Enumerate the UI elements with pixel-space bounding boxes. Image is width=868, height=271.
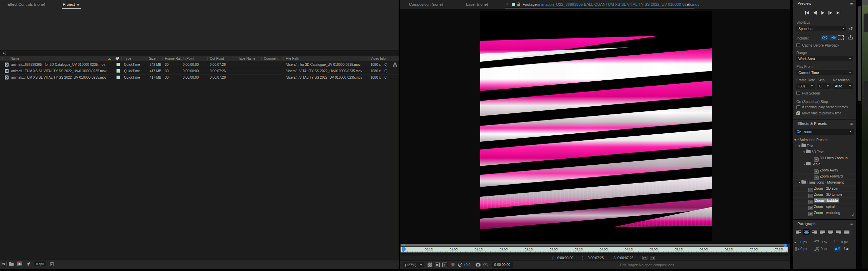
- chevron-down-icon[interactable]: [803, 164, 805, 165]
- viewer-canvas[interactable]: [400, 9, 790, 244]
- indent-right-value[interactable]: 0 px: [800, 247, 807, 251]
- transparency-grid-icon[interactable]: [428, 263, 432, 267]
- new-folder-icon[interactable]: [9, 262, 14, 266]
- first-line-indent-value[interactable]: 0 px: [841, 240, 848, 244]
- current-time-field[interactable]: 0:00:00:00: [492, 262, 513, 268]
- safe-margins-icon[interactable]: [442, 263, 447, 267]
- space-before-value[interactable]: 0 px: [821, 240, 827, 244]
- column-out-point[interactable]: Out Point: [210, 57, 224, 60]
- set-in-point-button[interactable]: [642, 256, 647, 260]
- play-cached-frames-checkbox[interactable]: [796, 105, 800, 109]
- search-icon[interactable]: [797, 130, 801, 134]
- chevron-down-icon[interactable]: [794, 139, 796, 141]
- panel-scrollbar[interactable]: [858, 6, 861, 101]
- justify-last-left-button[interactable]: [819, 229, 826, 235]
- first-frame-button[interactable]: [805, 11, 810, 15]
- effects-panel-title[interactable]: Effects & Presets: [797, 121, 827, 126]
- range-dropdown[interactable]: Work Area: [796, 56, 853, 61]
- in-brace-icon[interactable]: {: [552, 256, 554, 260]
- column-comment[interactable]: Comment: [264, 57, 278, 60]
- tree-item-scale[interactable]: Scale: [793, 161, 856, 167]
- channel-settings-icon[interactable]: [451, 263, 455, 267]
- sort-ascending-icon[interactable]: [108, 58, 111, 60]
- justify-last-center-button[interactable]: [827, 229, 834, 235]
- resolution-dropdown[interactable]: Auto: [833, 83, 853, 89]
- region-of-interest-icon[interactable]: [435, 263, 440, 267]
- tab-composition[interactable]: Composition (none): [409, 2, 443, 6]
- previous-frame-button[interactable]: [813, 11, 817, 15]
- tree-item-transitions-movement[interactable]: Transitions - Movement: [793, 180, 856, 186]
- preview-panel-menu-icon[interactable]: ≡: [850, 2, 853, 5]
- tree-item-zoom-away[interactable]: fx Zoom Away: [793, 167, 856, 173]
- align-left-button[interactable]: [795, 229, 801, 235]
- column-name[interactable]: Name: [10, 57, 20, 60]
- viewer-scroll-strip[interactable]: [400, 244, 790, 247]
- label-color-swatch[interactable]: [117, 69, 120, 73]
- work-area-bar[interactable]: [401, 244, 785, 246]
- include-video-button[interactable]: [821, 35, 828, 40]
- tree-item-zoom-wobbling[interactable]: fx Zoom - wobbling: [793, 210, 856, 216]
- work-area-start-marker[interactable]: [404, 244, 405, 246]
- justify-last-right-button[interactable]: [836, 229, 842, 235]
- rtl-direction-button[interactable]: ¶◀: [842, 246, 849, 252]
- chevron-down-icon[interactable]: [803, 152, 805, 153]
- color-depth-button[interactable]: 8 bpc: [34, 261, 46, 266]
- work-area-start-handle[interactable]: [401, 244, 404, 246]
- label-color-swatch[interactable]: [117, 63, 120, 66]
- skip-dropdown[interactable]: 0: [817, 83, 831, 89]
- space-after-value[interactable]: 0 px: [821, 247, 827, 251]
- paragraph-panel-menu-icon[interactable]: ≡: [850, 222, 853, 226]
- exposure-icon[interactable]: [458, 263, 462, 267]
- tree-item-text[interactable]: Text: [793, 143, 856, 149]
- tree-item-zoom-forward[interactable]: fx Zoom Forward: [793, 173, 856, 180]
- column-size[interactable]: Size: [149, 57, 155, 60]
- docked-panel-sliver[interactable]: [862, 0, 868, 269]
- set-out-point-button[interactable]: [650, 256, 655, 260]
- frame-rate-dropdown[interactable]: (30): [796, 83, 815, 89]
- next-frame-button[interactable]: [828, 11, 833, 15]
- ltr-direction-button[interactable]: ▶¶: [834, 246, 841, 252]
- export-icon[interactable]: [848, 35, 853, 40]
- cache-before-playback-checkbox[interactable]: [796, 43, 800, 47]
- full-screen-checkbox[interactable]: [796, 91, 800, 95]
- tree-item-animation-presets[interactable]: * Animation Presets: [793, 137, 856, 143]
- column-type[interactable]: Type: [124, 57, 131, 60]
- footage-row[interactable]: animati...686339365 - for 3D Catalogue_U…: [0, 61, 399, 68]
- footage-row[interactable]: animati...TUM XS SL VITALITY SS 2022_UV-…: [0, 68, 399, 75]
- move-time-checkbox[interactable]: ✓: [796, 111, 800, 115]
- tree-item-zoom-bubble[interactable]: fx Zoom - bubble: [793, 198, 856, 204]
- justify-all-button[interactable]: [844, 229, 850, 235]
- last-frame-button[interactable]: [836, 11, 841, 15]
- play-button[interactable]: [821, 11, 825, 15]
- tree-item-3d-lines-zoom-in[interactable]: fx 3D Lines Zoom In: [793, 155, 856, 161]
- tag-icon[interactable]: [115, 56, 119, 61]
- trash-icon[interactable]: [50, 262, 54, 266]
- playhead[interactable]: [402, 247, 406, 252]
- in-point-value[interactable]: 0:00:00:00: [557, 256, 573, 260]
- include-audio-button[interactable]: [829, 35, 837, 40]
- timeline-ruler[interactable]: 0f 00:15f 01:00f 01:15f 02:00f 02:15f 03…: [401, 247, 788, 252]
- tree-item-3d-text[interactable]: 3D Text: [793, 149, 856, 155]
- indent-left-value[interactable]: 0 px: [800, 240, 807, 244]
- column-tape-name[interactable]: Tape Name: [238, 57, 255, 60]
- paragraph-panel-title[interactable]: Paragraph: [797, 222, 816, 226]
- shortcut-dropdown[interactable]: Spacebar: [796, 26, 846, 31]
- tab-project[interactable]: Project: [63, 2, 75, 6]
- close-icon[interactable]: ×: [506, 2, 509, 6]
- column-frame-rate[interactable]: Frame Ra..: [165, 57, 182, 60]
- tab-layer[interactable]: Layer (none): [466, 2, 488, 6]
- play-from-dropdown[interactable]: Current Time: [796, 70, 853, 75]
- label-color-swatch[interactable]: [117, 76, 120, 79]
- project-search-bar[interactable]: [0, 50, 399, 56]
- tree-item-zoom-spiral[interactable]: fx Zoom - spiral: [793, 204, 856, 210]
- effects-panel-menu-icon[interactable]: ≡: [850, 122, 853, 126]
- chevron-down-icon[interactable]: [798, 182, 800, 183]
- interpret-footage-icon[interactable]: [1, 262, 6, 266]
- column-video-info[interactable]: Video Info: [371, 57, 386, 60]
- tab-footage[interactable]: Footage: [522, 2, 537, 6]
- send-icon[interactable]: [26, 262, 31, 266]
- footage-tab-filename[interactable]: animation_Q22_86893805 BALL QUANTUM XS S…: [537, 2, 699, 6]
- show-snapshot-icon[interactable]: [483, 263, 488, 266]
- reset-icon[interactable]: ↺: [849, 26, 853, 31]
- effects-search-box[interactable]: zoom ×: [795, 129, 854, 135]
